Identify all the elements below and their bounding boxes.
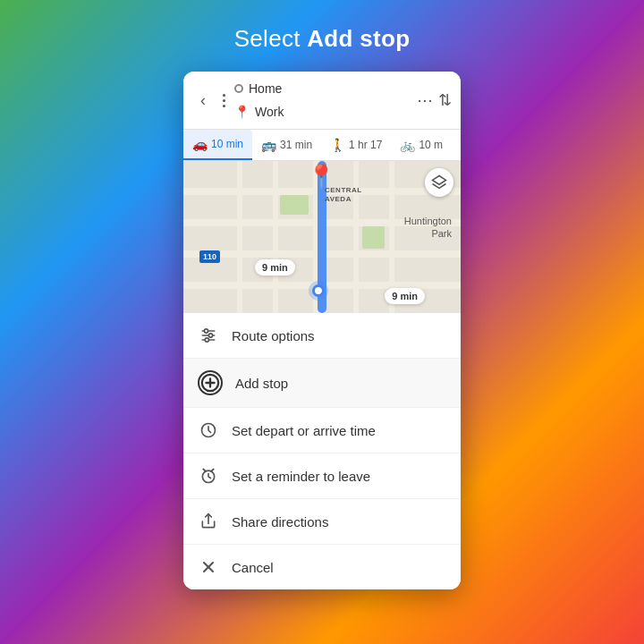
destination-row: 📍 Work [234, 102, 411, 122]
layers-button[interactable] [425, 168, 453, 197]
add-stop-icon [198, 370, 223, 395]
svg-line-12 [203, 470, 206, 472]
transit-icon: 🚌 [261, 138, 276, 152]
svg-point-4 [204, 329, 208, 333]
origin-icon [234, 84, 243, 93]
drive-time: 10 min [211, 138, 243, 150]
transport-tabs: 🚗 10 min 🚌 31 min 🚶 1 hr 17 🚲 10 m [183, 130, 461, 161]
instruction-text: Select Add stop [0, 25, 644, 53]
set-reminder-item[interactable]: Set a reminder to leave [183, 453, 461, 499]
area-label: CENTRALAVEDA [325, 186, 362, 205]
freeway-label: 110 [199, 250, 220, 263]
svg-line-13 [211, 470, 214, 472]
swap-button[interactable]: ⇅ [438, 90, 452, 110]
cancel-label: Cancel [232, 560, 274, 575]
map-green-1 [280, 195, 309, 215]
walk-icon: 🚶 [330, 138, 345, 152]
current-location-indicator [312, 284, 325, 297]
more-options-button[interactable]: ⋯ [417, 90, 433, 110]
city-label: Huntington Park [404, 215, 452, 241]
set-depart-label: Set depart or arrive time [232, 423, 376, 438]
svg-point-6 [205, 338, 208, 342]
map-road-v2 [273, 161, 278, 313]
share-directions-label: Share directions [232, 514, 328, 530]
dot-3 [223, 105, 225, 107]
bike-icon: 🚲 [400, 138, 415, 152]
drive-icon: 🚗 [192, 137, 208, 151]
tab-bike[interactable]: 🚲 10 m [391, 130, 452, 160]
clock-icon [198, 419, 219, 441]
map-area: 110 📍 CENTRALAVEDA 9 min 9 min Huntingto… [183, 161, 461, 313]
time-bubble-2: 9 min [385, 288, 425, 304]
map-road-v4 [353, 161, 359, 313]
tab-drive[interactable]: 🚗 10 min [183, 130, 252, 160]
set-reminder-label: Set a reminder to leave [232, 469, 370, 484]
tab-walk[interactable]: 🚶 1 hr 17 [321, 130, 391, 160]
origin-row: Home [234, 79, 411, 98]
transit-time: 31 min [280, 139, 312, 151]
dot-1 [223, 94, 225, 97]
map-green-2 [362, 226, 385, 249]
nav-bar: ‹ Home 📍 Work ⋯ ⇅ [183, 72, 461, 130]
share-directions-item[interactable]: Share directions [183, 499, 461, 545]
menu-area: Route options Add stop Set depart or arr… [183, 313, 461, 589]
set-depart-item[interactable]: Set depart or arrive time [183, 408, 461, 453]
back-button[interactable]: ‹ [192, 91, 214, 110]
alarm-icon [198, 465, 219, 487]
dot-2 [223, 99, 225, 102]
tab-transit[interactable]: 🚌 31 min [252, 130, 321, 160]
share-icon [198, 511, 219, 532]
phone-card: ‹ Home 📍 Work ⋯ ⇅ 🚗 10 min 🚌 31 min [183, 72, 461, 589]
cancel-item[interactable]: Cancel [183, 545, 461, 589]
dot-menu [219, 92, 229, 109]
add-stop-label: Add stop [235, 376, 288, 391]
svg-marker-0 [433, 176, 446, 185]
walk-time: 1 hr 17 [349, 139, 382, 151]
map-road-v1 [237, 161, 242, 313]
destination-pin: 📍 [307, 165, 335, 188]
svg-point-5 [208, 334, 212, 337]
route-options-label: Route options [232, 328, 315, 343]
route-options-item[interactable]: Route options [183, 313, 461, 359]
close-icon [198, 556, 219, 578]
add-stop-item[interactable]: Add stop [183, 359, 461, 408]
time-bubble-1: 9 min [255, 259, 295, 275]
destination-text: Work [255, 105, 284, 119]
bike-time: 10 m [419, 139, 443, 151]
origin-text: Home [249, 81, 282, 96]
destination-pin-icon: 📍 [234, 105, 250, 119]
location-fields: Home 📍 Work [234, 79, 411, 122]
sliders-icon [198, 325, 219, 346]
